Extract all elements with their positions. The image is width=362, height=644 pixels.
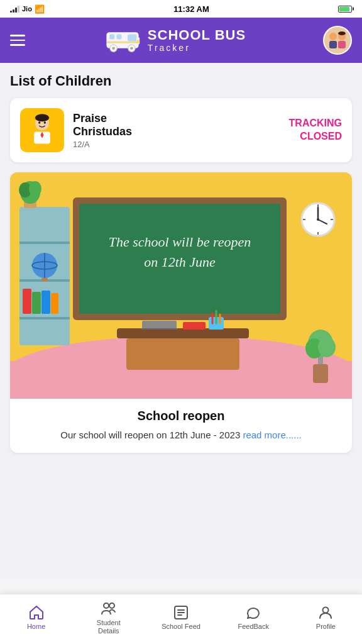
svg-point-42 bbox=[29, 181, 41, 196]
status-right bbox=[338, 6, 352, 13]
svg-text:The school will be reopen: The school will be reopen bbox=[109, 234, 251, 250]
child-name: PraiseChristudas bbox=[73, 112, 132, 138]
svg-point-12 bbox=[329, 33, 337, 40]
svg-point-23 bbox=[44, 121, 46, 123]
svg-rect-59 bbox=[183, 322, 206, 330]
student-icon bbox=[101, 601, 117, 617]
app-subtitle: Tracker bbox=[148, 43, 246, 53]
svg-rect-58 bbox=[141, 328, 178, 330]
bus-icon bbox=[102, 25, 143, 55]
svg-point-76 bbox=[323, 608, 329, 613]
child-avatar bbox=[20, 108, 64, 152]
svg-rect-15 bbox=[338, 41, 346, 48]
profile-icon bbox=[317, 604, 334, 621]
feed-image: The school will be reopen on 12th June bbox=[10, 172, 352, 399]
classroom-illustration: The school will be reopen on 12th June bbox=[10, 172, 352, 399]
svg-point-70 bbox=[104, 603, 109, 608]
svg-rect-57 bbox=[142, 321, 177, 330]
nav-label-home: Home bbox=[27, 623, 45, 631]
svg-rect-66 bbox=[313, 364, 328, 383]
nav-label-student: StudentDetails bbox=[97, 619, 121, 635]
child-figure bbox=[23, 111, 61, 149]
svg-rect-35 bbox=[23, 289, 31, 314]
app-header: SCHOOL BUS Tracker bbox=[0, 18, 362, 63]
status-time: 11:32 AM bbox=[173, 4, 209, 14]
avatar-icon bbox=[324, 27, 351, 53]
signal-bars bbox=[10, 5, 19, 13]
svg-rect-10 bbox=[106, 42, 138, 43]
header-logo: SCHOOL BUS Tracker bbox=[102, 25, 246, 55]
hamburger-menu[interactable] bbox=[10, 35, 25, 46]
tracking-status: TRACKINGCLOSED bbox=[289, 117, 342, 143]
svg-point-5 bbox=[112, 47, 115, 50]
svg-point-71 bbox=[109, 603, 114, 608]
svg-rect-13 bbox=[329, 41, 337, 48]
nav-item-feed[interactable]: School Feed bbox=[145, 604, 217, 631]
child-card: PraiseChristudas 12/A TRACKINGCLOSED bbox=[10, 98, 352, 162]
nav-item-feedback[interactable]: FeedBack bbox=[217, 604, 290, 631]
bottom-nav: Home StudentDetails School Feed FeedBack bbox=[0, 594, 362, 644]
svg-rect-30 bbox=[19, 317, 70, 319]
svg-rect-37 bbox=[41, 291, 50, 314]
svg-rect-2 bbox=[109, 34, 114, 39]
svg-point-19 bbox=[35, 114, 49, 121]
svg-rect-36 bbox=[32, 292, 41, 314]
nav-label-feedback: FeedBack bbox=[238, 623, 269, 631]
nav-label-profile: Profile bbox=[316, 623, 336, 631]
svg-point-16 bbox=[338, 31, 346, 35]
read-more-link[interactable]: read more...... bbox=[243, 430, 301, 440]
carrier-label: Jio bbox=[22, 5, 32, 13]
feed-description: Our school will reopen on 12th June - 20… bbox=[20, 428, 342, 443]
nav-item-profile[interactable]: Profile bbox=[290, 604, 362, 631]
header-title: SCHOOL BUS Tracker bbox=[148, 28, 246, 53]
feed-title: School reopen bbox=[20, 409, 342, 423]
home-icon bbox=[28, 604, 45, 621]
svg-rect-1 bbox=[128, 34, 136, 41]
nav-label-feed: School Feed bbox=[162, 623, 200, 631]
child-details: PraiseChristudas 12/A bbox=[73, 112, 132, 149]
child-class: 12/A bbox=[73, 140, 132, 149]
nav-item-student[interactable]: StudentDetails bbox=[72, 601, 145, 635]
tracking-closed-label: TRACKINGCLOSED bbox=[289, 117, 342, 143]
svg-point-69 bbox=[318, 337, 336, 357]
feed-desc-text: Our school will reopen on 12th June - 20… bbox=[60, 430, 243, 440]
svg-rect-34 bbox=[41, 278, 48, 281]
wifi-icon: 📶 bbox=[35, 4, 45, 14]
svg-rect-56 bbox=[126, 338, 239, 370]
svg-point-22 bbox=[38, 121, 40, 123]
status-bar: Jio 📶 11:32 AM bbox=[0, 0, 362, 18]
svg-rect-55 bbox=[117, 328, 249, 338]
feed-content: School reopen Our school will reopen on … bbox=[10, 399, 352, 453]
svg-rect-11 bbox=[324, 27, 351, 53]
svg-text:on 12th June: on 12th June bbox=[144, 254, 216, 270]
nav-item-home[interactable]: Home bbox=[0, 604, 72, 631]
svg-rect-38 bbox=[51, 293, 58, 314]
svg-rect-28 bbox=[19, 242, 70, 244]
main-content: List of Children bbox=[0, 63, 362, 579]
child-info: PraiseChristudas 12/A bbox=[20, 108, 132, 152]
svg-rect-3 bbox=[116, 34, 121, 39]
app-name: SCHOOL BUS bbox=[148, 28, 246, 43]
status-left: Jio 📶 bbox=[10, 4, 45, 14]
svg-point-7 bbox=[130, 47, 133, 50]
section-title: List of Children bbox=[10, 73, 352, 89]
feedback-icon bbox=[245, 604, 261, 621]
battery-icon bbox=[338, 6, 352, 13]
feed-card: The school will be reopen on 12th June bbox=[10, 172, 352, 453]
feed-icon bbox=[173, 604, 189, 621]
user-avatar[interactable] bbox=[323, 26, 352, 55]
